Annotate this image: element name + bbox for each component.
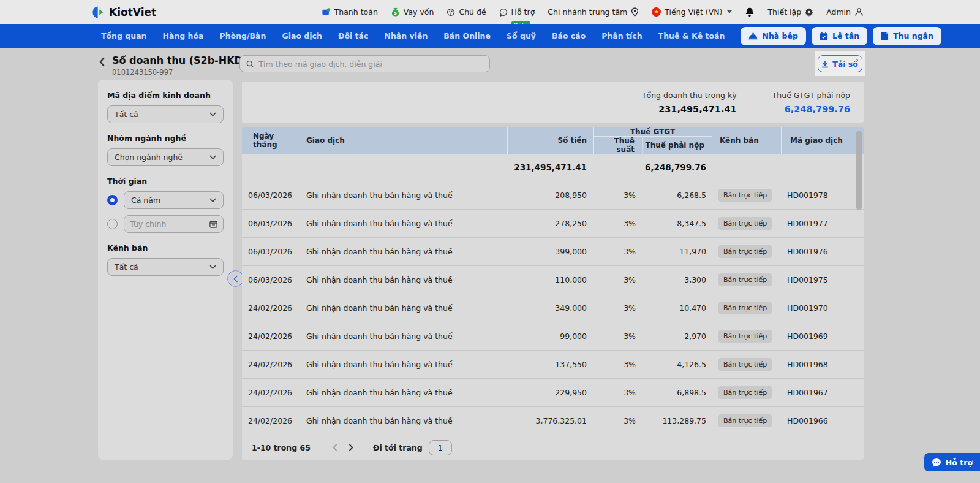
theme-icon bbox=[447, 8, 455, 17]
branch-label: Chi nhánh trung tâm bbox=[548, 7, 627, 17]
revenue-table: Ngày tháng Giao dịch Số tiền Thuế GTGT T… bbox=[242, 127, 864, 460]
header-vat-title: Thuế GTGT bbox=[594, 127, 712, 137]
topbar-item-settings[interactable]: Thiết lập bbox=[767, 7, 813, 17]
time-custom-row: Tùy chỉnh bbox=[107, 215, 224, 233]
table-row[interactable]: 24/02/2026 Ghi nhận doanh thu bán hàng v… bbox=[242, 322, 864, 351]
channel-badge: Bán trực tiếp bbox=[718, 217, 772, 230]
totals-row: 231,495,471.41 6,248,799.76 bbox=[242, 154, 864, 181]
cell-vat-due: 3,300 bbox=[642, 275, 712, 284]
table-row[interactable]: 24/02/2026 Ghi nhận doanh thu bán hàng v… bbox=[242, 351, 864, 379]
page-number-input[interactable] bbox=[429, 440, 452, 455]
kiotviet-logo-icon bbox=[92, 6, 105, 19]
reception-button[interactable]: Lễ tân bbox=[812, 27, 867, 45]
cell-code: HD001970 bbox=[781, 303, 864, 313]
table-row[interactable]: 06/03/2026 Ghi nhận doanh thu bán hàng v… bbox=[242, 181, 864, 210]
nav-nhan-vien[interactable]: Nhân viên bbox=[384, 31, 428, 40]
nav-thue-ke-toan[interactable]: Thuế & Kế toán bbox=[658, 31, 725, 40]
table-row[interactable]: 06/03/2026 Ghi nhận doanh thu bán hàng v… bbox=[242, 210, 864, 238]
scrollbar-thumb[interactable] bbox=[856, 131, 862, 210]
back-icon[interactable] bbox=[99, 57, 105, 67]
cell-amount: 399,000 bbox=[507, 247, 593, 256]
download-ledger-button[interactable]: Tải sổ bbox=[818, 55, 862, 72]
cell-transaction: Ghi nhận doanh thu bán hàng và thuế bbox=[300, 303, 507, 313]
sidebar-collapse-button[interactable] bbox=[227, 270, 244, 287]
chevron-down-icon bbox=[209, 112, 216, 116]
table-row[interactable]: 24/02/2026 Ghi nhận doanh thu bán hàng v… bbox=[242, 294, 864, 322]
prev-page-icon[interactable] bbox=[333, 444, 337, 451]
channel-filter-label: Kênh bán bbox=[107, 243, 224, 253]
cell-date: 06/03/2026 bbox=[242, 191, 300, 200]
cell-amount: 208,950 bbox=[507, 191, 593, 200]
cell-code: HD001967 bbox=[781, 388, 864, 397]
cell-vat-rate: 3% bbox=[593, 191, 642, 200]
nav-so-quy[interactable]: Sổ quỹ bbox=[507, 31, 536, 40]
cell-vat-due: 113,289.75 bbox=[642, 416, 712, 425]
notification-bell[interactable] bbox=[745, 7, 755, 17]
table-body: 06/03/2026 Ghi nhận doanh thu bán hàng v… bbox=[242, 181, 864, 435]
cell-amount: 3,776,325.01 bbox=[507, 416, 593, 425]
header-code: Mã giao dịch bbox=[781, 127, 864, 154]
table-row[interactable]: 06/03/2026 Ghi nhận doanh thu bán hàng v… bbox=[242, 266, 864, 294]
user-icon bbox=[854, 7, 864, 17]
search-box[interactable] bbox=[239, 55, 490, 72]
vietnam-flag-icon: ★ bbox=[652, 7, 661, 17]
chevron-left-icon bbox=[233, 275, 238, 283]
location-pin-icon bbox=[631, 7, 639, 17]
cell-vat-due: 10,470 bbox=[642, 303, 712, 313]
next-page-icon[interactable] bbox=[349, 444, 353, 451]
channel-badge: Bán trực tiếp bbox=[718, 273, 772, 286]
cashier-button[interactable]: Thu ngân bbox=[873, 27, 941, 45]
nav-doi-tac[interactable]: Đối tác bbox=[338, 31, 369, 40]
table-row[interactable]: 24/02/2026 Ghi nhận doanh thu bán hàng v… bbox=[242, 407, 864, 435]
time-preset-radio[interactable] bbox=[107, 195, 118, 205]
topbar-item-theme[interactable]: Chủ đề bbox=[447, 7, 486, 17]
cell-transaction: Ghi nhận doanh thu bán hàng và thuế bbox=[300, 360, 507, 369]
nav-giao-dich[interactable]: Giao dịch bbox=[282, 31, 322, 40]
nav-phan-tich[interactable]: Phân tích bbox=[601, 31, 642, 40]
table-scrollbar[interactable] bbox=[856, 131, 862, 483]
kitchen-button[interactable]: Nhà bếp bbox=[741, 27, 806, 45]
topbar: KiotViet Thanh toán $ Vay vốn bbox=[0, 0, 980, 24]
brand-name: KiotViet bbox=[109, 6, 156, 18]
location-filter-label: Mã địa điểm kinh doanh bbox=[107, 91, 224, 100]
topbar-item-support[interactable]: Hỗ trợ Beta bbox=[499, 7, 535, 17]
nav-bao-cao[interactable]: Báo cáo bbox=[552, 31, 586, 40]
cell-channel: Bán trực tiếp bbox=[712, 302, 781, 314]
cell-date: 24/02/2026 bbox=[242, 332, 300, 341]
receipt-icon bbox=[881, 31, 889, 40]
topbar-item-account[interactable]: Admin bbox=[826, 7, 864, 17]
industry-select[interactable]: Chọn ngành nghề bbox=[107, 148, 224, 166]
topbar-item-loan[interactable]: $ Vay vốn bbox=[391, 7, 434, 17]
time-preset-select[interactable]: Cả năm bbox=[124, 191, 224, 209]
kitchen-label: Nhà bếp bbox=[762, 31, 798, 40]
nav-hang-hoa[interactable]: Hàng hóa bbox=[163, 31, 204, 40]
cell-channel: Bán trực tiếp bbox=[712, 386, 781, 399]
cell-code: HD001978 bbox=[781, 191, 864, 200]
filter-sidebar: Mã địa điểm kinh doanh Tất cả Nhóm ngành… bbox=[98, 80, 233, 460]
pagination: 1-10 trong 65 Đi tới trang bbox=[242, 435, 864, 460]
table-row[interactable]: 06/03/2026 Ghi nhận doanh thu bán hàng v… bbox=[242, 238, 864, 266]
nav-phong-ban[interactable]: Phòng/Bàn bbox=[220, 31, 266, 40]
cell-amount: 229,950 bbox=[507, 388, 593, 397]
channel-select[interactable]: Tất cả bbox=[107, 258, 224, 276]
nav-tong-quan[interactable]: Tổng quan bbox=[101, 31, 147, 40]
time-custom-radio[interactable] bbox=[107, 219, 118, 229]
table-row[interactable]: 24/02/2026 Ghi nhận doanh thu bán hàng v… bbox=[242, 379, 864, 407]
vat-due-value: 6,248,799.76 bbox=[772, 104, 850, 114]
topbar-item-branch[interactable]: Chi nhánh trung tâm bbox=[548, 7, 639, 17]
time-custom-input[interactable]: Tùy chỉnh bbox=[124, 215, 224, 233]
support-fab-button[interactable]: Hỗ trợ bbox=[924, 453, 980, 471]
chevron-down-icon bbox=[727, 10, 732, 13]
channel-badge: Bán trực tiếp bbox=[718, 414, 772, 427]
kiotviet-logo[interactable]: KiotViet bbox=[92, 6, 156, 19]
topbar-item-payment[interactable]: Thanh toán bbox=[322, 7, 378, 17]
cell-amount: 110,000 bbox=[507, 275, 593, 284]
topbar-item-language[interactable]: ★ Tiếng Việt (VN) bbox=[652, 7, 732, 17]
nav-ban-online[interactable]: Bán Online bbox=[443, 31, 491, 40]
search-input[interactable] bbox=[258, 59, 483, 69]
cell-date: 24/02/2026 bbox=[242, 303, 300, 313]
cell-channel: Bán trực tiếp bbox=[712, 189, 781, 202]
location-select[interactable]: Tất cả bbox=[107, 105, 224, 123]
account-label: Admin bbox=[826, 7, 851, 17]
language-label: Tiếng Việt (VN) bbox=[665, 7, 722, 17]
